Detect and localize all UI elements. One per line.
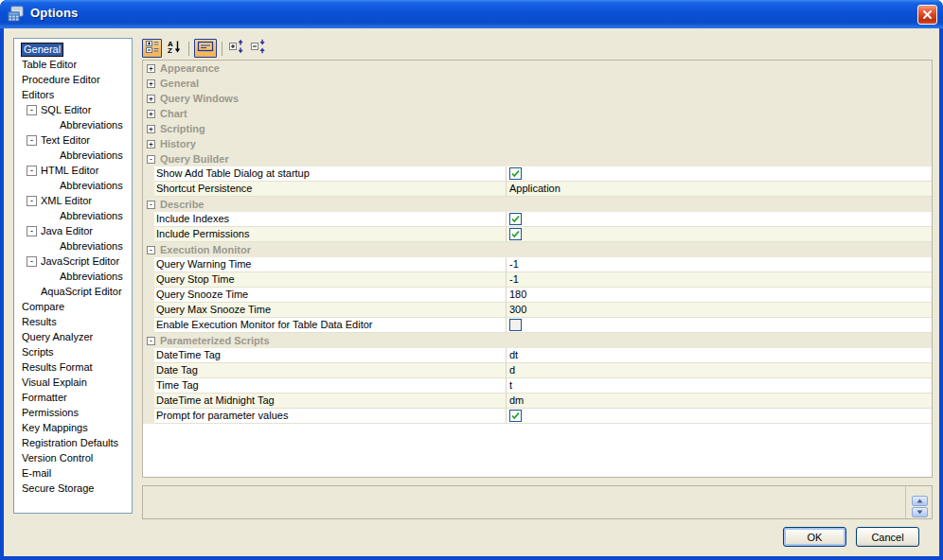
grid-item-checkbox[interactable] (506, 318, 932, 333)
grid-item-value[interactable]: -1 (506, 257, 932, 272)
sidebar-item-key-mappings[interactable]: Key Mappings (14, 420, 132, 435)
window-title: Options (30, 6, 79, 20)
grid-item-value[interactable]: t (506, 378, 932, 394)
grid-item-checkbox[interactable] (506, 166, 932, 182)
sidebar-item-procedure-editor[interactable]: Procedure Editor (14, 72, 132, 87)
tree-collapse-icon[interactable]: - (27, 166, 37, 176)
collapse-category-icon[interactable]: - (147, 246, 155, 254)
sidebar-item-xml-editor[interactable]: -XML Editor (14, 193, 132, 208)
grid-item-prompt-for-parameter-values[interactable]: Prompt for parameter values (143, 409, 932, 424)
grid-category-appearance[interactable]: +Appearance (143, 61, 932, 76)
description-pane-button[interactable] (194, 39, 217, 58)
grid-item-query-stop-time[interactable]: Query Stop Time-1 (143, 272, 932, 288)
grid-item-value[interactable]: Application (506, 182, 932, 197)
scroll-down-button[interactable] (912, 507, 928, 517)
grid-item-time-tag[interactable]: Time Tagt (143, 378, 932, 394)
sidebar-item-label: Abbreviations (60, 148, 123, 163)
grid-item-value[interactable]: -1 (506, 272, 932, 288)
grid-item-shortcut-persistence[interactable]: Shortcut PersistenceApplication (143, 182, 932, 197)
sidebar-item-text-editor[interactable]: -Text Editor (14, 132, 132, 148)
sidebar-item-html-editor[interactable]: -HTML Editor (14, 163, 132, 178)
grid-category-execution-monitor[interactable]: -Execution Monitor (143, 242, 932, 257)
sidebar-item-abbreviations[interactable]: Abbreviations (14, 269, 132, 284)
sort-alphabetical-button[interactable]: A Z (164, 39, 184, 58)
grid-item-value[interactable]: d (506, 363, 932, 378)
grid-category-query-builder[interactable]: -Query Builder (143, 151, 932, 166)
grid-item-checkbox[interactable] (506, 409, 932, 424)
collapse-category-icon[interactable]: - (147, 201, 155, 209)
sidebar-item-aquascript-editor[interactable]: AquaScript Editor (14, 284, 132, 299)
grid-category-query-windows[interactable]: +Query Windows (143, 91, 932, 106)
sidebar-item-formatter[interactable]: Formatter (14, 390, 132, 405)
tree-collapse-icon[interactable]: - (27, 135, 37, 146)
expand-category-icon[interactable]: + (147, 79, 155, 88)
sidebar-item-label: Key Mappings (22, 420, 88, 435)
expand-category-icon[interactable]: + (147, 95, 155, 103)
tree-collapse-icon[interactable]: - (27, 196, 37, 206)
sidebar-item-abbreviations[interactable]: Abbreviations (14, 117, 132, 132)
sidebar-item-visual-explain[interactable]: Visual Explain (14, 375, 132, 390)
grid-item-datetime-tag[interactable]: DateTime Tagdt (143, 348, 932, 363)
grid-category-parameterized-scripts[interactable]: -Parameterized Scripts (143, 333, 932, 348)
grid-item-show-add-table-dialog-at-startup[interactable]: Show Add Table Dialog at startup (143, 166, 932, 182)
sidebar-item-e-mail[interactable]: E-mail (14, 465, 132, 481)
grid-category-general[interactable]: +General (143, 76, 932, 91)
grid-item-include-indexes[interactable]: Include Indexes (143, 212, 932, 227)
grid-category-history[interactable]: +History (143, 136, 932, 151)
sidebar-item-abbreviations[interactable]: Abbreviations (14, 148, 132, 163)
grid-item-include-permissions[interactable]: Include Permissions (143, 227, 932, 242)
grid-category-describe[interactable]: -Describe (143, 197, 932, 212)
sidebar-item-editors[interactable]: Editors (14, 87, 132, 102)
titlebar[interactable]: Options (0, 0, 943, 28)
sidebar-item-scripts[interactable]: Scripts (14, 344, 132, 359)
grid-item-value[interactable]: 300 (506, 303, 932, 318)
grid-item-checkbox[interactable] (506, 227, 932, 242)
grid-item-value[interactable]: 180 (506, 288, 932, 303)
cancel-button[interactable]: Cancel (856, 527, 919, 547)
grid-item-checkbox[interactable] (506, 212, 932, 227)
description-pane-icon (197, 39, 214, 58)
grid-item-date-tag[interactable]: Date Tagd (143, 363, 932, 378)
grid-category-scripting[interactable]: +Scripting (143, 121, 932, 136)
grid-item-enable-execution-monitor-for-table-data-editor[interactable]: Enable Execution Monitor for Table Data … (143, 318, 932, 333)
grid-item-query-warning-time[interactable]: Query Warning Time-1 (143, 257, 932, 272)
ok-button[interactable]: OK (783, 527, 846, 547)
collapse-category-icon[interactable]: - (147, 155, 155, 164)
sidebar-item-registration-defaults[interactable]: Registration Defaults (14, 435, 132, 450)
expand-category-icon[interactable]: + (147, 125, 155, 133)
close-button[interactable] (917, 5, 937, 25)
tree-collapse-icon[interactable]: - (27, 105, 37, 115)
sidebar-item-general[interactable]: General (14, 42, 132, 57)
sidebar-item-results-format[interactable]: Results Format (14, 359, 132, 375)
sidebar-item-compare[interactable]: Compare (14, 299, 132, 314)
grid-item-datetime-at-midnight-tag[interactable]: DateTime at Midnight Tagdm (143, 394, 932, 409)
sidebar-item-table-editor[interactable]: Table Editor (14, 57, 132, 72)
sidebar-item-results[interactable]: Results (14, 314, 132, 329)
sidebar-item-secure-storage[interactable]: Secure Storage (14, 481, 132, 496)
categorized-view-button[interactable] (142, 39, 162, 58)
sidebar-item-version-control[interactable]: Version Control (14, 450, 132, 465)
sidebar-item-abbreviations[interactable]: Abbreviations (14, 238, 132, 254)
sidebar-item-permissions[interactable]: Permissions (14, 405, 132, 420)
sidebar-item-java-editor[interactable]: -Java Editor (14, 223, 132, 238)
grid-item-query-snooze-time[interactable]: Query Snooze Time180 (143, 288, 932, 303)
sidebar-item-sql-editor[interactable]: -SQL Editor (14, 102, 132, 117)
expand-category-icon[interactable]: + (147, 64, 155, 73)
sidebar-item-abbreviations[interactable]: Abbreviations (14, 178, 132, 193)
sidebar-item-abbreviations[interactable]: Abbreviations (14, 208, 132, 223)
expand-category-icon[interactable]: + (147, 140, 155, 149)
expand-all-button[interactable] (227, 39, 247, 58)
scroll-up-button[interactable] (912, 496, 928, 506)
sidebar-item-javascript-editor[interactable]: -JavaScript Editor (14, 254, 132, 269)
grid-category-chart[interactable]: +Chart (143, 106, 932, 121)
grid-item-value[interactable]: dt (506, 348, 932, 363)
collapse-category-icon[interactable]: - (147, 337, 155, 345)
tree-collapse-icon[interactable]: - (27, 256, 37, 267)
sidebar-item-label: Formatter (22, 390, 67, 405)
grid-item-value[interactable]: dm (506, 394, 932, 409)
collapse-all-button[interactable] (249, 39, 269, 58)
tree-collapse-icon[interactable]: - (27, 226, 37, 236)
grid-item-query-max-snooze-time[interactable]: Query Max Snooze Time300 (143, 303, 932, 318)
expand-category-icon[interactable]: + (147, 110, 155, 118)
sidebar-item-query-analyzer[interactable]: Query Analyzer (14, 329, 132, 344)
